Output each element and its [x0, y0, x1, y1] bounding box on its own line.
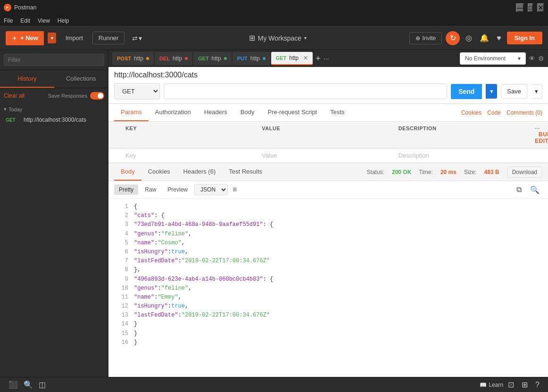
sync-button[interactable]: ↻ [446, 31, 460, 45]
json-token: : [158, 230, 161, 239]
maximize-button[interactable]: □ [528, 3, 533, 12]
proxy-icon: ⇄ [132, 34, 138, 42]
menu-file[interactable]: File [4, 17, 13, 24]
notification-button[interactable]: 🔔 [478, 32, 491, 44]
json-token: : [154, 239, 158, 248]
request-tab-3[interactable]: PUT http [232, 52, 270, 65]
tab-close-icon[interactable]: ✕ [303, 55, 308, 61]
menubar: File Edit View Help [0, 15, 548, 26]
import-button[interactable]: Import [60, 32, 89, 44]
workspace-label: My Workspace [258, 34, 301, 42]
params-cell-value[interactable]: Value [256, 149, 392, 162]
bulk-edit-button[interactable]: Bulk Edit [535, 131, 548, 144]
code-link[interactable]: Code [487, 105, 501, 121]
json-token: "lastFedDate" [134, 257, 178, 266]
minimize-button[interactable]: — [516, 3, 524, 12]
clear-all-button[interactable]: Clear all [4, 92, 25, 99]
search-icon-response: 🔍 [530, 186, 540, 194]
response-tab-testresults[interactable]: Test Results [222, 163, 269, 181]
send-button[interactable]: Send [451, 84, 482, 99]
save-responses-toggle[interactable] [90, 92, 104, 100]
sidebar-tab-history[interactable]: History [0, 70, 54, 88]
close-button[interactable]: ✕ [537, 3, 544, 12]
response-tab-cookies[interactable]: Cookies [141, 163, 177, 181]
split-view-button[interactable]: ⊡ [505, 378, 517, 391]
request-tab-4-active[interactable]: GET http ✕ [271, 52, 313, 65]
format-select[interactable]: JSON XML HTML Text [194, 184, 228, 195]
favorites-button[interactable]: ♥ [495, 32, 503, 44]
json-token: "496a893d-623e-4ab4-a14b-060bc0cb4b03" [134, 275, 263, 284]
params-more-icon[interactable]: ··· [535, 125, 540, 131]
format-tab-pretty[interactable]: Pretty [114, 184, 138, 195]
json-token: : [158, 284, 161, 293]
request-tab-1[interactable]: DEL http [155, 52, 192, 65]
time-value: 20 ms [440, 169, 457, 175]
method-select[interactable]: GET POST PUT DELETE PATCH [114, 83, 160, 100]
signin-button[interactable]: Sign In [507, 32, 542, 44]
json-token: "name" [134, 293, 154, 302]
menu-help[interactable]: Help [58, 17, 69, 24]
menu-edit[interactable]: Edit [20, 17, 30, 24]
new-dropdown-button[interactable]: ▾ [48, 33, 56, 43]
comments-link[interactable]: Comments (0) [506, 105, 542, 121]
config-tab-headers[interactable]: Headers [198, 104, 234, 121]
layers-button[interactable]: ◫ [36, 378, 49, 391]
split-view-icon: ⊡ [508, 381, 514, 389]
wrap-text-button[interactable]: ≡ [230, 184, 240, 195]
env-settings-icon[interactable]: ⚙ [538, 55, 544, 62]
save-button[interactable]: Save [501, 84, 527, 99]
sidebar-tab-collections[interactable]: Collections [54, 70, 108, 88]
request-tab-2[interactable]: GET http [193, 52, 232, 65]
learn-button[interactable]: 📖 Learn [480, 382, 503, 388]
json-token: "2019-02-22T17:00:34.676Z" [182, 257, 270, 266]
add-tab-button[interactable]: + [314, 54, 323, 64]
response-tab-headers[interactable]: Headers (6) [177, 163, 223, 181]
format-tab-preview[interactable]: Preview [163, 184, 192, 195]
env-eye-icon[interactable]: 👁 [529, 55, 535, 62]
download-button[interactable]: Download [507, 167, 542, 178]
history-item[interactable]: GET http://localhost:3000/cats [4, 114, 104, 125]
copy-button[interactable]: ⧉ [514, 184, 524, 195]
search-in-response-button[interactable]: 🔍 [527, 184, 542, 195]
menu-view[interactable]: View [38, 17, 50, 24]
env-label: No Environment [465, 55, 506, 62]
json-token: true [171, 248, 185, 257]
send-dropdown-button[interactable]: ▾ [486, 84, 497, 99]
format-tab-raw[interactable]: Raw [140, 184, 161, 195]
proxy-button[interactable]: ⇄ ▾ [128, 33, 146, 44]
invite-label: Invite [422, 35, 436, 42]
cookies-link[interactable]: Cookies [461, 105, 482, 121]
sidebar-search-input[interactable] [4, 54, 104, 66]
invite-button[interactable]: ⊕ Invite [409, 32, 442, 44]
config-tab-body[interactable]: Body [234, 104, 261, 121]
tab-dot-0 [146, 57, 149, 60]
new-button[interactable]: ＋ + New [6, 31, 44, 45]
line-number: 3 [114, 220, 128, 229]
json-response-viewer: 1{2 "cats": {3 "73ed7b91-a4bd-468a-948b-… [108, 199, 548, 377]
workspace-button[interactable]: ⊞ My Workspace ▾ [249, 33, 307, 42]
config-tab-params[interactable]: Params [114, 104, 149, 121]
help-button[interactable]: ? [532, 379, 542, 391]
json-token: true [171, 302, 185, 311]
titlebar: P Postman — □ ✕ [0, 0, 548, 15]
config-tab-tests[interactable]: Tests [324, 104, 351, 121]
request-tab-0[interactable]: POST http [112, 52, 154, 65]
save-dropdown-button[interactable]: ▾ [531, 84, 542, 99]
params-cell-key[interactable]: Key [120, 149, 256, 162]
json-token: , [188, 284, 191, 293]
search-bottom-button[interactable]: 🔍 [21, 378, 36, 391]
json-token: "2019-02-22T17:00:34.676Z" [182, 311, 270, 320]
search-button[interactable]: ◎ [464, 32, 474, 44]
terminal-button[interactable]: ⬛ [6, 378, 21, 391]
sidebar-tabs: History Collections [0, 70, 108, 88]
params-cell-description[interactable]: Description [393, 149, 529, 162]
env-dropdown-button[interactable]: No Environment ▾ [460, 52, 526, 65]
layout-button[interactable]: ⊞ [519, 378, 531, 391]
response-tab-body[interactable]: Body [114, 163, 141, 181]
url-input[interactable]: http://localhost:3000/cats [164, 83, 447, 99]
runner-button[interactable]: Runner [92, 32, 125, 44]
config-tab-prerequest[interactable]: Pre-request Script [261, 104, 324, 121]
app-title: Postman [14, 4, 36, 11]
config-tab-authorization[interactable]: Authorization [149, 104, 198, 121]
more-tabs-button[interactable]: ··· [324, 55, 329, 62]
